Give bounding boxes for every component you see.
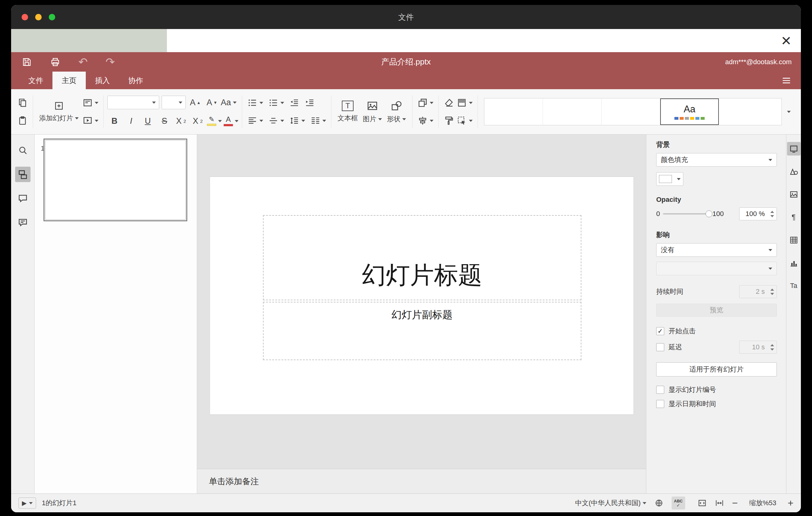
tab-home[interactable]: 主页 (53, 71, 86, 89)
document-language-button[interactable] (654, 498, 664, 508)
spinner-arrows[interactable] (770, 208, 774, 220)
start-slideshow-status-button[interactable]: ▶ (19, 497, 36, 509)
apply-to-all-slides-button[interactable]: 适用于所有幻灯片 (656, 362, 777, 376)
subscript-button[interactable]: X2 (191, 114, 205, 128)
strikethrough-button[interactable]: S (157, 114, 172, 128)
change-case-button[interactable]: Aa (222, 96, 236, 109)
opacity-slider[interactable] (663, 213, 709, 214)
increase-font-button[interactable]: A▲ (188, 96, 202, 109)
theme-gallery-expand-button[interactable] (782, 98, 796, 125)
close-window-button[interactable] (22, 14, 28, 20)
show-slide-number-checkbox[interactable] (656, 386, 664, 394)
editor-column: 幻灯片标题 幻灯片副标题 单击添加备注 (197, 135, 646, 493)
chart-settings-button[interactable] (787, 256, 801, 270)
duration-input[interactable]: 2 s (739, 285, 777, 298)
eraser-icon (444, 97, 454, 108)
slides-panel-button[interactable] (15, 167, 31, 182)
show-date-time-checkbox[interactable] (656, 400, 664, 408)
zoom-in-button[interactable]: + (788, 497, 793, 509)
preview-button[interactable]: 预览 (656, 304, 777, 317)
opacity-slider-knob[interactable] (705, 210, 712, 217)
arrange-shapes-button[interactable] (416, 96, 435, 109)
paste-button[interactable] (16, 114, 29, 127)
close-preview-button[interactable]: ✕ (781, 33, 792, 49)
align-shapes-button[interactable] (416, 114, 435, 127)
tab-insert[interactable]: 插入 (86, 71, 119, 89)
transition-variant-select[interactable] (656, 262, 777, 275)
minimize-window-button[interactable] (35, 14, 42, 20)
spellcheck-button[interactable]: ABC ✓ (672, 496, 685, 510)
superscript-button[interactable]: X2 (174, 114, 188, 128)
background-fill-select[interactable]: 颜色填充 (656, 153, 777, 167)
align-left-icon (247, 115, 258, 126)
slide-subtitle-placeholder[interactable]: 幻灯片副标题 (263, 302, 581, 360)
start-on-click-checkbox[interactable]: ✓ (656, 327, 664, 335)
slide-indicator: 1的幻灯片1 (42, 498, 76, 508)
menu-button[interactable] (781, 75, 792, 86)
line-spacing-button[interactable] (288, 114, 306, 127)
slide-layout-button[interactable] (81, 96, 100, 109)
delay-checkbox[interactable] (656, 343, 664, 351)
tab-file[interactable]: 文件 (19, 71, 53, 89)
slide-title-placeholder[interactable]: 幻灯片标题 (263, 215, 581, 300)
italic-button[interactable]: I (124, 114, 138, 128)
copy-style-button[interactable] (442, 114, 455, 127)
horizontal-align-button[interactable] (246, 114, 264, 127)
tab-collaboration[interactable]: 协作 (119, 71, 152, 89)
highlight-color-button[interactable]: ✎ (207, 114, 222, 128)
paragraph-settings-button[interactable]: ¶ (787, 210, 801, 224)
undo-button[interactable]: ↶ (77, 55, 89, 69)
slide[interactable]: 幻灯片标题 幻灯片副标题 (209, 176, 634, 415)
theme-tile-1[interactable] (484, 98, 543, 125)
increase-indent-button[interactable] (303, 96, 316, 109)
bold-button[interactable]: B (107, 114, 121, 128)
textart-settings-button[interactable]: Ta (787, 279, 801, 292)
start-slideshow-button[interactable] (81, 114, 100, 127)
add-slide-button[interactable]: 添加幻灯片 (37, 99, 81, 124)
numbered-list-button[interactable] (267, 96, 285, 109)
theme-tile-2[interactable] (543, 98, 602, 125)
clear-style-button[interactable] (442, 96, 455, 109)
table-settings-button[interactable] (787, 233, 801, 247)
image-settings-button[interactable] (787, 188, 801, 201)
chat-panel-button[interactable] (15, 215, 31, 230)
opacity-input[interactable]: 100 % (739, 207, 777, 220)
decrease-indent-button[interactable] (288, 96, 301, 109)
redo-button[interactable]: ↷ (104, 55, 116, 69)
font-name-select[interactable] (107, 96, 159, 109)
search-panel-button[interactable] (15, 143, 31, 158)
slide-settings-button[interactable] (787, 142, 801, 155)
transition-effect-select[interactable]: 没有 (656, 243, 777, 257)
insert-image-button[interactable]: 图片 (360, 98, 384, 125)
comments-panel-button[interactable] (15, 191, 31, 206)
slide-color-button[interactable] (455, 96, 474, 109)
background-color-picker[interactable] (656, 172, 683, 186)
underline-button[interactable]: U (141, 114, 155, 128)
bullet-list-button[interactable] (246, 96, 264, 109)
change-case-icon: Aa (221, 98, 231, 107)
slide-canvas[interactable]: 幻灯片标题 幻灯片副标题 (197, 135, 646, 469)
insert-shape-button[interactable]: 形状 (384, 98, 408, 125)
copy-button[interactable] (16, 96, 29, 109)
save-button[interactable] (20, 56, 33, 68)
notes-area[interactable]: 单击添加备注 (197, 469, 646, 493)
language-select[interactable]: 中文(中华人民共和国) (575, 498, 646, 508)
zoom-out-button[interactable]: − (732, 497, 738, 509)
select-tool-button[interactable] (455, 114, 474, 127)
insert-textbox-button[interactable]: T 文本框 (335, 99, 360, 124)
vertical-align-button[interactable] (267, 114, 285, 127)
font-color-button[interactable]: A (224, 114, 238, 128)
slide-thumbnail[interactable] (45, 140, 186, 220)
font-size-select[interactable] (162, 96, 186, 109)
shape-settings-button[interactable] (787, 165, 801, 178)
fit-to-width-button[interactable] (715, 498, 724, 508)
theme-tile-selected[interactable]: Aa (660, 98, 719, 125)
theme-tile-3[interactable] (602, 98, 660, 125)
fullscreen-window-button[interactable] (49, 14, 55, 20)
delay-input[interactable]: 10 s (739, 341, 777, 354)
comments-icon (18, 193, 28, 204)
fit-to-slide-button[interactable] (698, 498, 707, 508)
print-button[interactable] (49, 56, 62, 68)
columns-button[interactable] (309, 114, 327, 127)
decrease-font-button[interactable]: A▼ (205, 96, 219, 109)
